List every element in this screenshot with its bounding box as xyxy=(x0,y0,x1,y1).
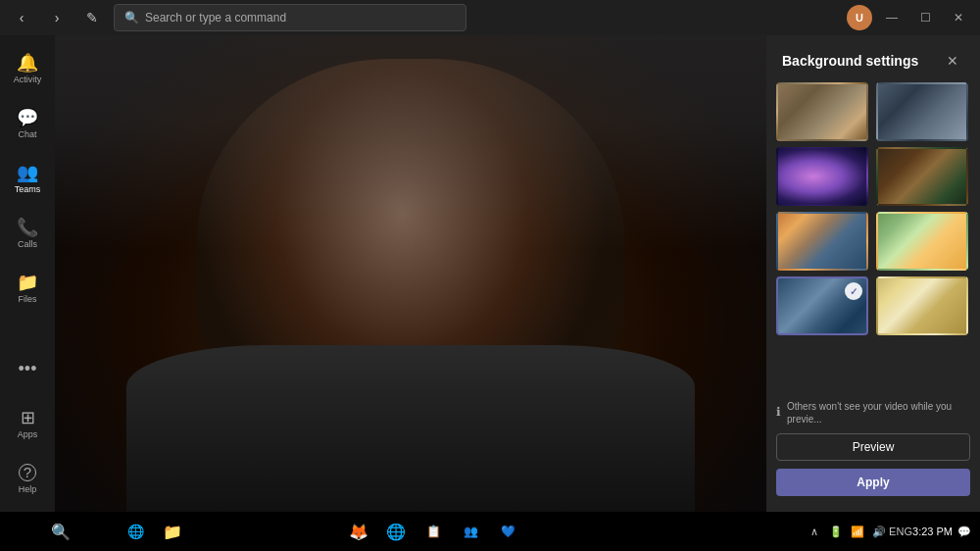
forward-button[interactable]: › xyxy=(43,4,71,31)
panel-header: Background settings ✕ xyxy=(766,35,980,82)
avatar[interactable]: U xyxy=(847,5,872,30)
taskbar-edge[interactable]: 🌐 xyxy=(378,514,414,549)
sidebar-item-label: Teams xyxy=(15,184,41,194)
minimize-button[interactable]: — xyxy=(878,4,906,31)
compose-button[interactable]: ✎ xyxy=(78,4,106,31)
info-icon: ℹ xyxy=(776,405,781,421)
close-button[interactable]: ✕ xyxy=(945,4,972,31)
sidebar-item-files[interactable]: 📁 Files xyxy=(4,263,51,314)
tray-volume[interactable]: 🔊 xyxy=(869,522,889,541)
taskbar-vscode[interactable]: 💙 xyxy=(490,514,525,549)
calls-icon: 📞 xyxy=(17,219,38,236)
apply-button[interactable]: Apply xyxy=(776,469,970,496)
sidebar-item-more[interactable]: ••• xyxy=(4,343,51,394)
bg-thumb-7[interactable]: ✓ xyxy=(776,276,868,335)
bg-thumb-6[interactable] xyxy=(876,212,968,271)
chat-icon: 💬 xyxy=(17,109,38,126)
bg-thumb-3[interactable] xyxy=(776,147,868,206)
tray-battery[interactable]: 🔋 xyxy=(826,522,846,541)
sidebar: 🔔 Activity 💬 Chat 👥 Teams 📞 Calls 📁 File… xyxy=(0,35,55,512)
teams-icon: 👥 xyxy=(17,164,38,181)
selected-checkmark: ✓ xyxy=(845,282,862,300)
taskbar-search[interactable]: 🔍 xyxy=(43,514,78,549)
sidebar-item-teams[interactable]: 👥 Teams xyxy=(4,153,51,204)
taskbar-tray: ∧ 🔋 📶 🔊 ENG 3:23 PM 💬 xyxy=(805,522,974,541)
close-panel-button[interactable]: ✕ xyxy=(941,49,964,73)
panel-bottom: ℹ Others won't see your video while you … xyxy=(766,345,980,512)
sidebar-item-label: Chat xyxy=(18,129,36,139)
sidebar-item-calls[interactable]: 📞 Calls xyxy=(4,208,51,259)
camera-feed xyxy=(55,35,766,512)
taskbar-teams-tray[interactable]: 👥 xyxy=(453,514,488,549)
main-content: 🔔 Activity 💬 Chat 👥 Teams 📞 Calls 📁 File… xyxy=(0,35,980,512)
bg-thumb-2[interactable] xyxy=(876,82,968,141)
files-icon: 📁 xyxy=(17,274,38,291)
taskbar-folder[interactable]: 📁 xyxy=(155,514,190,549)
taskbar-app1[interactable]: 📋 xyxy=(416,514,451,549)
sidebar-item-apps[interactable]: ⊞ Apps xyxy=(4,398,51,449)
bg-thumb-8[interactable] xyxy=(876,276,968,335)
panel-title: Background settings xyxy=(782,53,918,69)
more-icon: ••• xyxy=(19,360,37,377)
clock-time: 3:23 PM xyxy=(912,525,953,538)
taskbar-photos[interactable]: 🖼 xyxy=(267,514,302,549)
bg-thumbnails-grid: ✓ xyxy=(766,82,980,345)
sidebar-item-label: Files xyxy=(18,294,36,304)
bg-thumb-4[interactable] xyxy=(876,147,968,206)
start-button[interactable]: ⊞ xyxy=(6,514,41,549)
sidebar-item-activity[interactable]: 🔔 Activity xyxy=(4,43,51,94)
help-icon: ? xyxy=(19,464,36,481)
apps-icon: ⊞ xyxy=(21,409,35,426)
sidebar-item-label: Help xyxy=(19,484,37,494)
search-icon: 🔍 xyxy=(124,11,139,25)
tray-icons: ∧ 🔋 📶 🔊 ENG 3:23 PM 💬 xyxy=(805,522,974,541)
info-text: ℹ Others won't see your video while you … xyxy=(776,400,970,426)
bg-thumb-5[interactable] xyxy=(776,212,868,271)
title-bar: ‹ › ✎ 🔍 Search or type a command U — ☐ ✕ xyxy=(0,0,980,35)
bg-settings-panel: Background settings ✕ ✓ ℹ Others won't s… xyxy=(766,35,980,512)
taskbar-ie[interactable]: 🌐 xyxy=(118,514,153,549)
back-button[interactable]: ‹ xyxy=(8,4,35,31)
search-bar[interactable]: 🔍 Search or type a command xyxy=(114,4,466,31)
info-message: Others won't see your video while you pr… xyxy=(787,400,970,426)
sidebar-item-label: Apps xyxy=(18,429,38,439)
tray-notifications[interactable]: 💬 xyxy=(955,522,974,541)
sidebar-bottom: ••• ⊞ Apps ? Help xyxy=(4,343,51,504)
sidebar-item-label: Activity xyxy=(14,75,42,84)
title-bar-right: U — ☐ ✕ xyxy=(847,4,972,31)
maximize-button[interactable]: ☐ xyxy=(911,4,939,31)
tray-network[interactable]: 📶 xyxy=(848,522,867,541)
title-bar-left: ‹ › ✎ 🔍 Search or type a command xyxy=(8,4,466,31)
sidebar-item-chat[interactable]: 💬 Chat xyxy=(4,98,51,149)
sidebar-item-label: Calls xyxy=(18,239,37,249)
tray-up-arrow[interactable]: ∧ xyxy=(805,522,824,541)
taskbar-settings[interactable]: ⚙ xyxy=(304,514,339,549)
tray-lang[interactable]: ENG xyxy=(891,522,910,541)
bg-thumb-1[interactable] xyxy=(776,82,868,141)
taskbar: ⊞ 🔍 ❐ 🌐 📁 🛍 ✉ 🖼 ⚙ 🦊 🌐 📋 👥 💙 ∧ 🔋 📶 🔊 ENG … xyxy=(0,512,980,551)
time-display: 3:23 PM xyxy=(912,525,953,538)
sidebar-item-help[interactable]: ? Help xyxy=(4,453,51,504)
preview-button[interactable]: Preview xyxy=(776,433,970,461)
camera-area xyxy=(55,35,766,512)
activity-icon: 🔔 xyxy=(17,54,38,72)
task-view[interactable]: ❐ xyxy=(80,514,116,549)
taskbar-store[interactable]: 🛍 xyxy=(192,514,227,549)
search-placeholder: Search or type a command xyxy=(145,11,286,25)
taskbar-firefox[interactable]: 🦊 xyxy=(341,514,376,549)
taskbar-mail[interactable]: ✉ xyxy=(229,514,265,549)
